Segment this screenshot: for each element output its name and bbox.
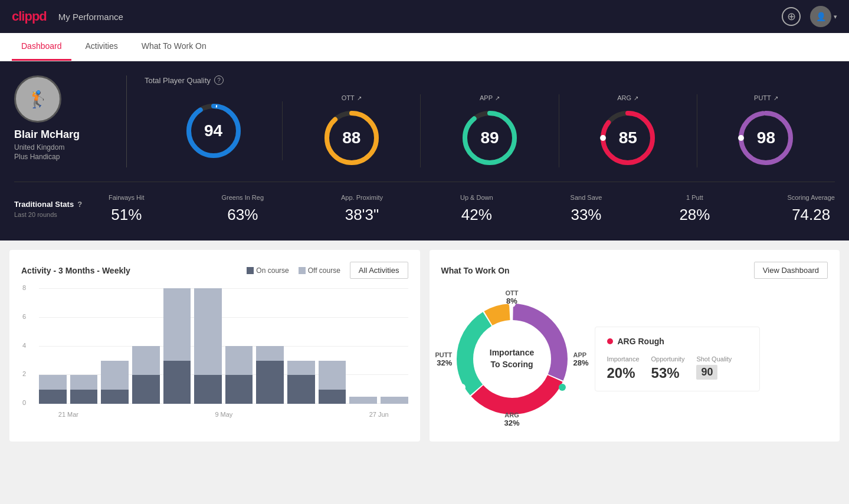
player-name: Blair McHarg [14, 129, 80, 141]
bar-stack-6 [225, 346, 253, 404]
putt-circle: 98 [736, 108, 795, 167]
bar-stack-8 [287, 361, 315, 404]
what-to-work-on-panel: What To Work On View Dashboard [430, 250, 840, 442]
bar-top-11 [381, 397, 408, 404]
stat-fairways: Fairways Hit 51% [109, 194, 145, 224]
svg-point-19 [458, 384, 466, 391]
bar-top-8 [287, 361, 315, 375]
quality-scores: 94 OTT ↗ 88 [145, 94, 835, 167]
putt-donut-label: PUTT 32% [435, 351, 453, 367]
bar-stack-11 [381, 397, 408, 404]
player-section: 🏌️ Blair McHarg United Kingdom Plus Hand… [14, 75, 835, 167]
player-info: 🏌️ Blair McHarg United Kingdom Plus Hand… [14, 75, 109, 161]
quality-help-icon[interactable]: ? [214, 75, 224, 85]
bar-group-2 [101, 288, 129, 404]
bar-stack-7 [256, 346, 284, 404]
app-label: APP ↗ [480, 94, 500, 101]
bar-top-3 [132, 346, 160, 375]
app-score-card: APP ↗ 89 [421, 94, 559, 167]
donut-chart: ImportanceTo Scoring OTT 8% ARG 32% APP … [441, 288, 583, 430]
header-title: My Performance [58, 12, 782, 22]
stats-subtitle: Last 20 rounds [14, 211, 109, 218]
stat-oneputt: 1 Putt 28% [679, 194, 710, 224]
bar-bottom-1 [70, 390, 98, 404]
wtwo-title: What To Work On [441, 266, 510, 275]
ott-value: 88 [342, 129, 360, 147]
x-label-may: 9 May [215, 411, 232, 418]
add-button[interactable]: ⊕ [782, 7, 801, 26]
bar-bottom-6 [225, 375, 253, 404]
x-label-mar: 21 Mar [58, 411, 78, 418]
dashboard-section: 🏌️ Blair McHarg United Kingdom Plus Hand… [0, 61, 849, 241]
bar-bottom-4 [163, 361, 191, 404]
stat-scoring: Scoring Average 74.28 [787, 194, 835, 224]
app-value: 89 [480, 129, 499, 147]
bar-bottom-5 [194, 375, 222, 404]
stat-items: Fairways Hit 51% Greens In Reg 63% App. … [109, 194, 835, 224]
bar-group-8 [287, 288, 315, 404]
bar-stack-0 [39, 375, 67, 404]
avatar: 👤 [810, 6, 831, 27]
header-actions: ⊕ 👤 ▾ [782, 6, 837, 27]
user-menu[interactable]: 👤 ▾ [810, 6, 837, 27]
arg-score-card: ARG ↗ 85 [559, 94, 697, 167]
bar-top-4 [163, 288, 191, 361]
bar-stack-10 [349, 397, 377, 404]
shot-quality-row: 90 [696, 365, 732, 380]
metric-opportunity: Opportunity 53% [651, 355, 685, 381]
bar-group-7 [256, 288, 284, 404]
wtwo-header: What To Work On View Dashboard [441, 262, 828, 279]
tab-what-to-work-on[interactable]: What To Work On [132, 33, 216, 61]
svg-point-18 [559, 384, 566, 391]
bar-top-1 [70, 375, 98, 390]
tab-dashboard[interactable]: Dashboard [12, 33, 71, 61]
stat-updown: Up & Down 42% [460, 194, 493, 224]
offcourse-dot [299, 267, 306, 274]
stat-sandsave: Sand Save 33% [571, 194, 602, 224]
activity-panel: Activity - 3 Months - Weekly On course O… [9, 250, 420, 442]
bar-group-0 [39, 288, 67, 404]
info-card: ARG Rough Importance 20% Opportunity 53%… [595, 327, 760, 391]
all-activities-button[interactable]: All Activities [350, 262, 408, 279]
bar-stack-5 [194, 288, 222, 404]
ott-label: OTT ↗ [342, 94, 362, 101]
bar-bottom-2 [101, 390, 129, 404]
divider [126, 75, 127, 167]
activity-title: Activity - 3 Months - Weekly [21, 266, 130, 275]
view-dashboard-button[interactable]: View Dashboard [754, 262, 828, 279]
bars-container [39, 288, 408, 404]
bar-stack-9 [319, 361, 346, 404]
x-label-jun: 27 Jun [369, 411, 389, 418]
activity-controls: On course Off course All Activities [247, 262, 408, 279]
main-score-value: 94 [204, 121, 222, 140]
stats-title: Traditional Stats ? [14, 200, 109, 209]
player-handicap: Plus Handicap [14, 153, 60, 161]
avatar-chevron: ▾ [834, 13, 837, 21]
stats-help-icon[interactable]: ? [77, 200, 82, 209]
bar-group-1 [70, 288, 98, 404]
stat-gir: Greens In Reg 63% [222, 194, 264, 224]
ott-donut-label: OTT 8% [506, 289, 519, 305]
bar-bottom-3 [132, 375, 160, 404]
main-score-card: 94 [145, 101, 283, 160]
tab-activities[interactable]: Activities [76, 33, 127, 61]
bar-group-5 [194, 288, 222, 404]
bar-group-11 [381, 288, 408, 404]
activity-header: Activity - 3 Months - Weekly On course O… [21, 262, 408, 279]
arg-donut-label: ARG 32% [504, 411, 519, 427]
quality-title: Total Player Quality ? [145, 75, 835, 85]
bar-group-6 [225, 288, 253, 404]
bar-top-6 [225, 346, 253, 375]
chart-area: 8 6 4 2 0 21 Mar 9 May 27 Jun [21, 288, 408, 418]
pink-dot [607, 338, 613, 344]
logo: clippd [12, 9, 47, 24]
info-metrics: Importance 20% Opportunity 53% Shot Qual… [607, 355, 748, 381]
putt-score-card: PUTT ↗ 98 [697, 94, 835, 167]
bar-top-10 [349, 397, 377, 404]
bottom-panels: Activity - 3 Months - Weekly On course O… [0, 241, 849, 451]
bar-top-5 [194, 288, 222, 375]
bar-stack-2 [101, 361, 129, 404]
arg-value: 85 [619, 129, 637, 147]
arg-circle: 85 [598, 108, 657, 167]
x-axis-labels: 21 Mar 9 May 27 Jun [39, 411, 408, 418]
